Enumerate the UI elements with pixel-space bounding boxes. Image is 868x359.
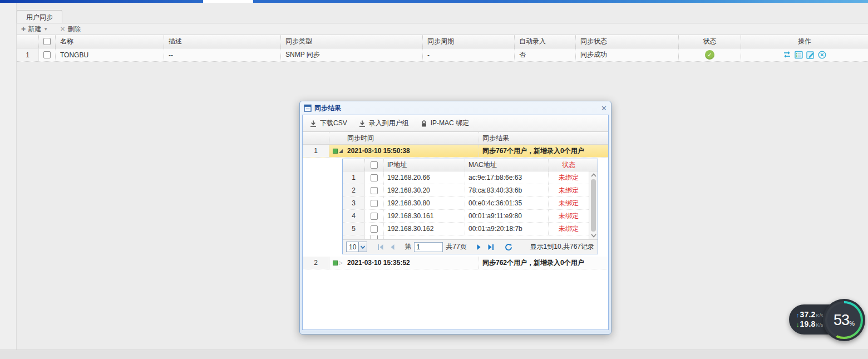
lock-icon — [420, 120, 428, 127]
vertical-scrollbar[interactable] — [589, 171, 598, 239]
row-checkbox[interactable] — [371, 174, 378, 181]
page-size-select[interactable]: 10 — [346, 242, 367, 252]
refresh-icon[interactable] — [504, 243, 513, 252]
cell-ip: 192.168.20.66 — [384, 171, 465, 184]
dialog-titlebar[interactable]: 同步结果 ✕ — [302, 101, 609, 115]
sync-result-row-collapsed[interactable]: 2 ▷ 2021-03-10 15:35:52 同步762个用户，新增录入0个用… — [303, 257, 608, 269]
cell-mac: ac:9e:17:b8:6e:63 — [465, 171, 549, 184]
close-icon[interactable]: ✕ — [601, 104, 607, 112]
page-number-input[interactable] — [414, 242, 443, 252]
header-ip[interactable]: IP地址 — [384, 159, 465, 171]
detail-row-clipped — [343, 235, 589, 239]
detail-row[interactable]: 2 192.168.30.20 78:ca:83:40:33:6b 未绑定 — [343, 184, 589, 197]
cell-description: -- — [164, 48, 281, 61]
pagination-bar: 10 第 — [343, 239, 598, 254]
detail-row[interactable]: 1 192.168.20.66 ac:9e:17:b8:6e:63 未绑定 — [343, 171, 589, 184]
header-sync-status[interactable]: 同步状态 — [576, 35, 679, 48]
cell-ip: 192.168.30.162 — [384, 223, 465, 235]
main-toolbar: + 新建 ▼ ✕ 删除 — [17, 23, 868, 35]
header-auto-entry[interactable]: 自动录入 — [515, 35, 576, 48]
cancel-icon[interactable] — [817, 50, 827, 60]
header-sync-type[interactable]: 同步类型 — [281, 35, 423, 48]
dialog-toolbar: 下载CSV 录入到用户组 IP-MAC 绑定 — [303, 115, 608, 132]
ip-mac-bind-button[interactable]: IP-MAC 绑定 — [420, 119, 469, 128]
header-sync-period[interactable]: 同步周期 — [423, 35, 515, 48]
row-checkbox[interactable] — [371, 225, 378, 233]
chevron-down-icon[interactable]: ▼ — [43, 27, 48, 32]
cell-bind-status: 未绑定 — [549, 171, 589, 184]
cell-sync-period: - — [423, 48, 515, 61]
browser-tab-fragment — [203, 0, 253, 3]
header-status[interactable]: 状态 — [679, 35, 741, 48]
row-checkbox[interactable] — [371, 200, 378, 207]
header-description[interactable]: 描述 — [164, 35, 281, 48]
row-expansion-area: IP地址 MAC地址 状态 1 192.168.20.66 ac:9e:17:b… — [303, 158, 608, 257]
add-to-user-group-button[interactable]: 录入到用户组 — [358, 119, 409, 128]
edit-icon[interactable] — [806, 50, 815, 60]
gauge-unit: % — [849, 320, 855, 327]
detail-row[interactable]: 4 192.168.30.161 00:01:a9:11:e9:80 未绑定 — [343, 210, 589, 223]
sync-result-row-expanded[interactable]: 1 2021-03-10 15:50:38 同步767个用户，新增录入0个用户 — [303, 145, 608, 158]
header-rownum — [17, 35, 39, 48]
cell-sync-type: SNMP 同步 — [281, 48, 423, 61]
browser-top-strip — [0, 0, 868, 3]
tab-user-sync[interactable]: 用户同步 — [17, 10, 62, 23]
download-icon — [309, 120, 317, 127]
select-chevron-icon — [358, 242, 367, 252]
header-name[interactable]: 名称 — [56, 35, 164, 48]
cell-auto-entry: 否 — [515, 48, 576, 61]
prev-page-button[interactable] — [388, 243, 397, 252]
header-select-all[interactable] — [39, 35, 56, 48]
cell-operations — [741, 48, 868, 61]
detail-select-all-checkbox[interactable] — [371, 161, 378, 169]
plus-icon: + — [21, 25, 26, 33]
delete-button-label: 删除 — [67, 24, 81, 34]
next-page-button[interactable] — [475, 243, 484, 252]
detail-row[interactable]: 5 192.168.30.162 00:01:a9:20:18:7b 未绑定 — [343, 223, 589, 235]
expand-row-icon[interactable]: ▷ — [339, 260, 343, 265]
detail-rows: 1 192.168.20.66 ac:9e:17:b8:6e:63 未绑定 2 … — [343, 171, 589, 239]
left-gutter — [0, 3, 17, 350]
gauge-value: 53 — [834, 312, 849, 329]
dialog-title-icon — [304, 104, 312, 112]
cell-ip: 192.168.30.161 — [384, 210, 465, 222]
detail-row[interactable]: 3 192.168.30.80 00:e0:4c:36:01:35 未绑定 — [343, 197, 589, 210]
delete-x-icon: ✕ — [60, 26, 65, 33]
dialog-table-header: 同步时间 同步结果 — [303, 132, 608, 145]
row-checkbox[interactable] — [43, 51, 51, 58]
new-button[interactable]: + 新建 ▼ — [21, 24, 48, 34]
cell-mac: 78:ca:83:40:33:6b — [465, 184, 549, 196]
collapse-row-icon[interactable] — [339, 149, 343, 153]
cell-sync-result: 同步767个用户，新增录入0个用户 — [479, 145, 608, 157]
new-button-label: 新建 — [28, 24, 41, 34]
page-prefix-label: 第 — [405, 242, 411, 252]
import-icon — [358, 120, 366, 127]
cell-bind-status: 未绑定 — [549, 223, 589, 235]
cell-sync-time: 2021-03-10 15:35:52 — [344, 257, 479, 269]
cell-sync-status: 同步成功 — [576, 48, 679, 61]
view-log-icon[interactable] — [794, 50, 803, 60]
row-checkbox[interactable] — [371, 187, 378, 194]
scroll-up-icon — [590, 173, 597, 178]
last-page-button[interactable] — [486, 243, 495, 252]
gauge-progress-ring: 53 % — [825, 301, 863, 339]
delete-button[interactable]: ✕ 删除 — [60, 24, 81, 34]
first-page-button[interactable] — [376, 243, 385, 252]
header-mac[interactable]: MAC地址 — [465, 159, 549, 171]
table-row[interactable]: 1 TONGBU -- SNMP 同步 - 否 同步成功 ✓ — [17, 48, 868, 62]
row-checkbox[interactable] — [371, 213, 378, 220]
select-all-checkbox[interactable] — [43, 38, 51, 45]
header-sync-result[interactable]: 同步结果 — [479, 132, 608, 144]
resource-gauge-widget[interactable]: 53 % — [823, 299, 865, 341]
download-csv-button[interactable]: 下载CSV — [309, 119, 347, 128]
download-arrow-icon: ↓ — [796, 321, 800, 328]
tab-strip: 用户同步 — [17, 10, 62, 23]
header-bind-status[interactable]: 状态 — [549, 159, 589, 171]
cell-bind-status: 未绑定 — [549, 210, 589, 222]
scrollbar-thumb[interactable] — [591, 179, 596, 232]
cell-mac: 00:01:a9:20:18:7b — [465, 223, 549, 235]
header-sync-time[interactable]: 同步时间 — [344, 132, 479, 144]
run-sync-icon[interactable] — [782, 50, 792, 60]
upload-arrow-icon: ↑ — [796, 312, 800, 318]
row-number: 1 — [303, 145, 329, 157]
